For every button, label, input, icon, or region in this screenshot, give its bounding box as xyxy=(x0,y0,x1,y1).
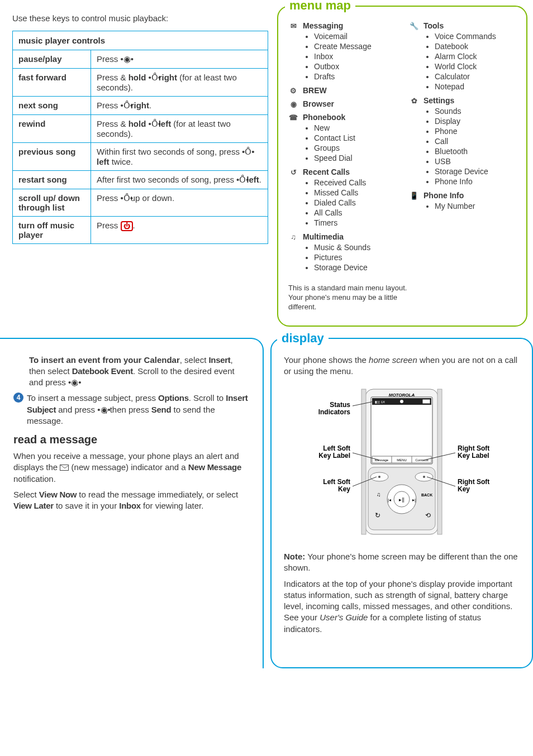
menu-group-name: Tools xyxy=(423,21,444,30)
menu-item: Calculator xyxy=(435,71,516,82)
menu-map-panel: menu map ✉MessagingVoicemailCreate Messa… xyxy=(277,6,527,327)
end-key-icon: ⏻ xyxy=(121,221,133,231)
music-row-label: next song xyxy=(13,97,91,115)
nav-key-icon: •O̊• xyxy=(236,175,244,185)
center-key-icon: •◉• xyxy=(68,377,76,388)
insert-label: Insert xyxy=(208,355,230,365)
display-panel: display Your phone shows the home screen… xyxy=(270,338,533,668)
left-soft-key-label-label: Left SoftKey Label xyxy=(318,444,350,460)
menu-group-icon: ↺ xyxy=(288,168,298,176)
display-title: display xyxy=(277,331,329,346)
menu-group-icon: ♫ xyxy=(288,233,298,241)
menu-item: Alarm Clock xyxy=(435,51,516,61)
screen-right-soft: Contacts xyxy=(415,458,429,462)
music-row-desc: After first two seconds of song, press •… xyxy=(91,171,268,189)
menu-group: ◉Browser xyxy=(288,99,396,108)
menu-group-name: Recent Calls xyxy=(303,168,350,176)
menu-group-icon: 📱 xyxy=(409,192,419,200)
music-row-label: fast forward xyxy=(13,69,91,97)
svg-text:▸|: ▸| xyxy=(412,497,416,503)
menu-item: Datebook xyxy=(435,41,516,51)
new-message-label: New Message xyxy=(188,462,241,472)
center-key-icon: •◉• xyxy=(97,404,105,415)
svg-text:♫: ♫ xyxy=(377,491,381,497)
menu-item: Music & Sounds xyxy=(314,242,396,252)
nav-key-icon: •O̊• xyxy=(149,73,156,83)
nav-key-icon: •O̊• xyxy=(121,101,129,111)
svg-text:▸||: ▸|| xyxy=(399,497,404,503)
view-later-label: View Later xyxy=(13,501,54,510)
svg-text:▮▯▯ 1X: ▮▯▯ 1X xyxy=(375,400,385,404)
menu-group-name: Settings xyxy=(423,96,454,105)
svg-point-6 xyxy=(400,400,403,403)
calendar-insert-lead: To insert an event from your Calendar xyxy=(29,355,180,365)
datebook-event-label: Datebook Event xyxy=(72,366,133,376)
screen-left-soft: Message xyxy=(375,458,389,462)
music-row-desc: Press •O̊• up or down. xyxy=(91,189,268,217)
menu-group-icon: ⚙ xyxy=(288,87,298,95)
menu-item: Inbox xyxy=(314,51,396,61)
svg-point-13 xyxy=(378,476,380,478)
music-row-desc: Press & hold •O̊• left (for at least two… xyxy=(91,115,268,143)
view-now-label: View Now xyxy=(39,490,77,499)
menu-group-icon: 🔧 xyxy=(409,22,419,30)
phone-diagram: StatusIndicators Left SoftKey Label Left… xyxy=(284,385,520,541)
menu-group-name: Browser xyxy=(303,99,334,108)
menu-group: 📱Phone Info xyxy=(409,191,516,200)
menu-group-name: BREW xyxy=(303,86,327,95)
menu-group: ↺Recent Calls xyxy=(288,168,396,176)
menu-item: Pictures xyxy=(314,252,396,262)
back-key: BACK xyxy=(421,493,432,497)
screen-menu: MENU xyxy=(397,458,407,462)
svg-text:↻: ↻ xyxy=(375,511,380,519)
nav-key-icon: •O̊• xyxy=(242,147,250,157)
music-intro: Use these keys to control music playback… xyxy=(12,13,268,23)
menu-group-name: Phonebook xyxy=(303,113,345,122)
menu-item: Received Calls xyxy=(314,178,396,188)
menu-item: Timers xyxy=(314,218,396,228)
step-4-bullet: 4 xyxy=(13,393,23,403)
menu-item: Call xyxy=(435,136,516,146)
menu-group: ☎Phonebook xyxy=(288,113,396,122)
menu-item: Voice Commands xyxy=(435,31,516,41)
svg-rect-1 xyxy=(361,389,366,534)
music-row-label: pause/play xyxy=(13,50,91,69)
menu-item: Storage Device xyxy=(314,262,396,272)
menu-group-icon: ✿ xyxy=(409,97,419,105)
users-guide-term: User's Guide xyxy=(320,613,368,622)
menu-item: Bluetooth xyxy=(435,146,516,156)
menu-group-name: Multimedia xyxy=(303,232,344,241)
svg-rect-3 xyxy=(371,397,432,464)
svg-rect-2 xyxy=(437,389,442,534)
svg-point-15 xyxy=(423,476,425,478)
menu-group-icon: ☎ xyxy=(288,113,298,122)
music-row-label: scroll up/ down through list xyxy=(13,189,91,217)
home-screen-term: home screen xyxy=(369,355,417,365)
menu-item: Phone xyxy=(435,126,516,136)
menu-group: ♫Multimedia xyxy=(288,232,396,241)
menu-group-name: Phone Info xyxy=(423,191,464,200)
music-row-label: restart song xyxy=(13,171,91,189)
menu-item: Storage Device xyxy=(435,166,516,176)
envelope-icon xyxy=(60,465,69,471)
music-table-header: music player controls xyxy=(13,31,268,50)
menu-item: Voicemail xyxy=(314,31,396,41)
menu-note: This is a standard main menu layout. You… xyxy=(288,284,411,312)
nav-key-icon: •O̊• xyxy=(149,119,156,129)
send-label: Send xyxy=(151,405,171,414)
svg-rect-7 xyxy=(423,400,430,403)
menu-item: Speed Dial xyxy=(314,153,396,163)
menu-item: Sounds xyxy=(435,106,516,116)
menu-item: Missed Calls xyxy=(314,188,396,198)
menu-item: Groups xyxy=(314,143,396,153)
options-label: Options xyxy=(158,393,189,403)
music-row-desc: Press & hold •O̊• right (for at least tw… xyxy=(91,69,268,97)
left-soft-key-label: Left SoftKey xyxy=(323,478,350,493)
center-key-icon: •◉• xyxy=(121,54,129,64)
phone-brand: MOTOROLA xyxy=(389,393,415,398)
menu-item: Drafts xyxy=(314,71,396,82)
menu-group: ✉Messaging xyxy=(288,21,396,30)
menu-item: Notepad xyxy=(435,82,516,92)
menu-item: USB xyxy=(435,156,516,166)
music-row-desc: Within first two seconds of song, press … xyxy=(91,143,268,171)
